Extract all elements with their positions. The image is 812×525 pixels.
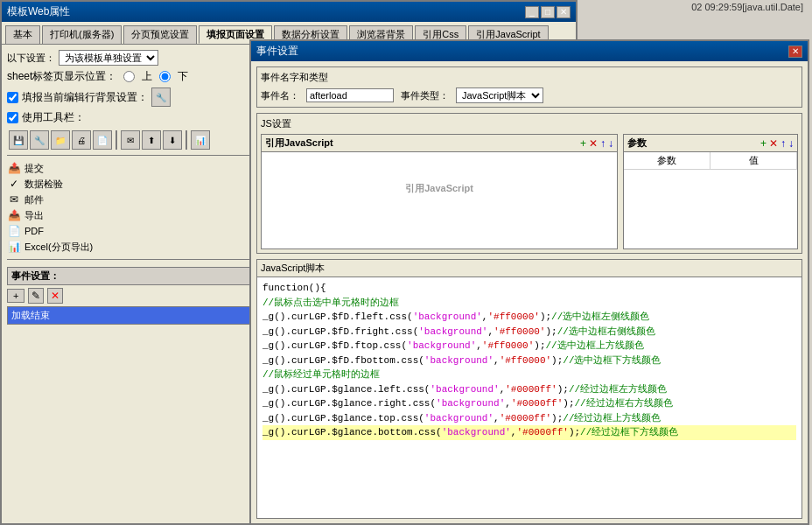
export-icon: 📤 (7, 208, 21, 222)
pdf-icon: 📄 (7, 224, 21, 238)
toolbar-separator-1 (116, 130, 117, 150)
js-ref-up-icon[interactable]: ↑ (600, 137, 606, 150)
js-params-header: 参数 + ✕ ↑ ↓ (624, 135, 797, 152)
code-line-2: _g().curLGP.$fD.fleft.css('background','… (262, 310, 796, 325)
action-validate[interactable]: ✓ 数据检验 (7, 177, 285, 191)
tool-btn-5[interactable]: 📄 (93, 130, 112, 150)
event-edit-button[interactable]: ✎ (28, 288, 44, 304)
event-type-label: 事件类型： (401, 89, 449, 102)
params-col-headers: 参数 值 (624, 152, 797, 170)
sheet-label: sheet标签页显示位置： (7, 69, 116, 84)
js-reference-body: 引用JavaScript (262, 178, 617, 248)
action-excel-export[interactable]: 📊 Excel(分页导出) (7, 240, 285, 254)
event-name-input[interactable] (306, 88, 394, 102)
event-name-type-row: 事件名： 事件类型： JavaScript脚本 (261, 88, 798, 103)
event-name-type-group: 事件名字和类型 事件名： 事件类型： JavaScript脚本 (256, 66, 802, 108)
toolbar-label: 使用工具栏： (22, 110, 85, 125)
radio-down[interactable] (159, 71, 171, 82)
event-dialog-title-bar: 事件设置 ✕ (251, 41, 808, 61)
action-submit[interactable]: 📤 提交 (7, 161, 285, 175)
tool-btn-2[interactable]: 🔧 (30, 130, 49, 150)
action-email[interactable]: ✉ 邮件 (7, 192, 285, 206)
js-ref-add-icon[interactable]: + (580, 137, 586, 150)
excel-export-icon: 📊 (7, 240, 21, 254)
radio-up[interactable] (123, 71, 135, 82)
js-params-up-icon[interactable]: ↑ (780, 137, 786, 150)
tab-print[interactable]: 打印机(服务器) (42, 25, 122, 44)
action-email-label: 邮件 (24, 193, 44, 206)
js-reference-placeholder: 引用JavaScript (262, 178, 617, 199)
code-line-1: //鼠标点击选中单元格时的边框 (262, 296, 796, 311)
js-reference-panel: 引用JavaScript + ✕ ↑ ↓ 引用JavaScript (261, 134, 618, 249)
js-params-title: 参数 (627, 136, 647, 150)
tab-basic[interactable]: 基本 (5, 25, 40, 44)
tool-btn-8[interactable]: ⬇ (163, 130, 182, 150)
event-add-button[interactable]: + (7, 289, 24, 303)
js-reference-header: 引用JavaScript + ✕ ↑ ↓ (262, 135, 617, 152)
radio-up-label: 上 (142, 69, 152, 84)
tool-btn-1[interactable]: 💾 (9, 130, 28, 150)
action-export[interactable]: 📤 导出 (7, 208, 285, 222)
maximize-button[interactable]: □ (541, 6, 555, 18)
js-params-add-icon[interactable]: + (760, 137, 766, 150)
script-section-title: JavaScript脚本 (257, 260, 802, 277)
title-buttons: _ □ ✕ (525, 6, 570, 18)
code-line-10: _g().curLGP.$glance.bottom.css('backgrou… (262, 425, 796, 440)
js-params-down-icon[interactable]: ↓ (788, 137, 794, 150)
js-ref-delete-icon[interactable]: ✕ (589, 137, 598, 150)
js-reference-icons: + ✕ ↑ ↓ (580, 137, 613, 150)
code-line-3: _g().curLGP.$fD.fright.css('background',… (262, 325, 796, 340)
code-line-6: //鼠标经过单元格时的边框 (262, 368, 796, 382)
main-title-bar: 模板Web属性 _ □ ✕ (2, 2, 576, 22)
main-window-title: 模板Web属性 (7, 4, 70, 19)
tool-btn-7[interactable]: ⬆ (142, 130, 161, 150)
tool-btn-3[interactable]: 📁 (51, 130, 70, 150)
js-panels: 引用JavaScript + ✕ ↑ ↓ 引用JavaScript (261, 134, 798, 249)
js-params-delete-icon[interactable]: ✕ (769, 137, 778, 150)
radio-down-label: 下 (178, 69, 188, 84)
event-delete-button[interactable]: ✕ (47, 288, 63, 304)
fill-settings-button[interactable]: 🔧 (151, 88, 171, 107)
code-line-9: _g().curLGP.$glance.top.css('background'… (262, 411, 796, 426)
event-dialog: 事件设置 ✕ 事件名字和类型 事件名： 事件类型： JavaScript脚本 J… (249, 39, 809, 525)
js-params-panel: 参数 + ✕ ↑ ↓ 参数 值 (623, 134, 798, 249)
params-col-name: 参数 (624, 152, 710, 169)
code-line-4: _g().curLGP.$fD.ftop.css('background','#… (262, 339, 796, 354)
action-export-label: 导出 (24, 209, 44, 222)
tool-btn-9[interactable]: 📊 (191, 130, 210, 150)
event-dialog-close-button[interactable]: ✕ (788, 46, 802, 58)
params-col-value: 值 (710, 152, 797, 169)
event-name-label: 事件名： (261, 89, 299, 102)
setting-label: 以下设置： (7, 52, 55, 65)
tab-preview[interactable]: 分页预览设置 (123, 25, 197, 44)
timestamp: 02 09:29:59[java.util.Date] (691, 2, 803, 12)
action-submit-label: 提交 (24, 162, 44, 175)
tool-btn-4[interactable]: 🖨 (72, 130, 91, 150)
action-excel-export-label: Excel(分页导出) (24, 241, 93, 254)
code-line-5: _g().curLGP.$fD.fbottom.css('background'… (262, 354, 796, 368)
js-params-icons: + ✕ ↑ ↓ (760, 137, 794, 150)
js-ref-down-icon[interactable]: ↓ (608, 137, 613, 150)
event-dialog-title-text: 事件设置 (256, 44, 298, 59)
code-line-8: _g().curLGP.$glance.right.css('backgroun… (262, 396, 796, 411)
js-reference-title: 引用JavaScript (265, 136, 333, 150)
toolbar-checkbox[interactable] (7, 112, 18, 123)
validate-icon: ✓ (7, 177, 21, 191)
action-validate-label: 数据检验 (24, 178, 63, 191)
js-settings-title: JS设置 (261, 117, 798, 130)
action-pdf-label: PDF (24, 226, 44, 236)
script-body[interactable]: function(){ //鼠标点击选中单元格时的边框 _g().curLGP.… (257, 277, 802, 518)
js-settings-section: JS设置 引用JavaScript + ✕ ↑ ↓ (256, 113, 802, 254)
event-dialog-content: 事件名字和类型 事件名： 事件类型： JavaScript脚本 JS设置 引用J… (251, 61, 808, 524)
setting-dropdown[interactable]: 为该模板单独设置 (59, 50, 158, 66)
event-name-type-title: 事件名字和类型 (261, 71, 798, 84)
toolbar-separator-2 (186, 130, 187, 150)
action-pdf[interactable]: 📄 PDF (7, 224, 285, 238)
event-type-select[interactable]: JavaScript脚本 (456, 88, 543, 103)
fill-checkbox[interactable] (7, 92, 18, 103)
tool-btn-6[interactable]: ✉ (121, 130, 140, 150)
close-button[interactable]: ✕ (556, 6, 570, 18)
fill-label: 填报当前编辑行背景设置： (22, 90, 148, 105)
minimize-button[interactable]: _ (525, 6, 539, 18)
email-icon: ✉ (7, 192, 21, 206)
